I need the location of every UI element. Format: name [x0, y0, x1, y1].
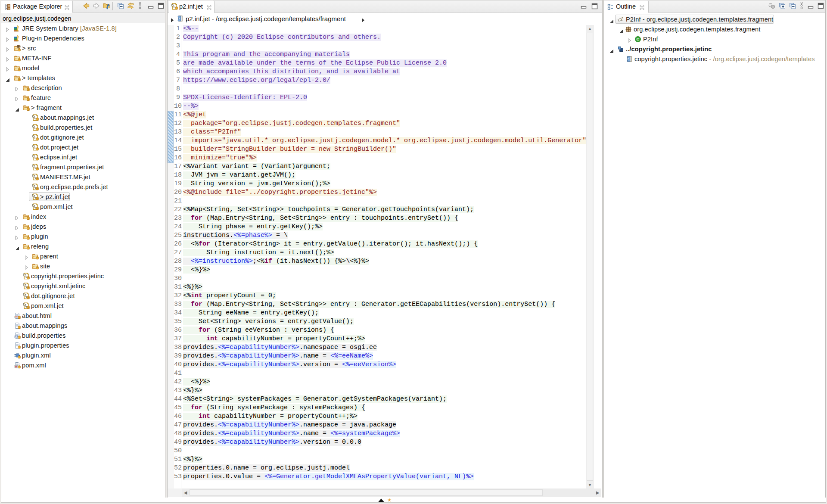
svg-text:0:1: 0:1	[15, 336, 18, 338]
svg-text:HT: HT	[15, 316, 18, 318]
svg-text:C: C	[637, 37, 640, 41]
svg-text:M: M	[15, 365, 17, 368]
